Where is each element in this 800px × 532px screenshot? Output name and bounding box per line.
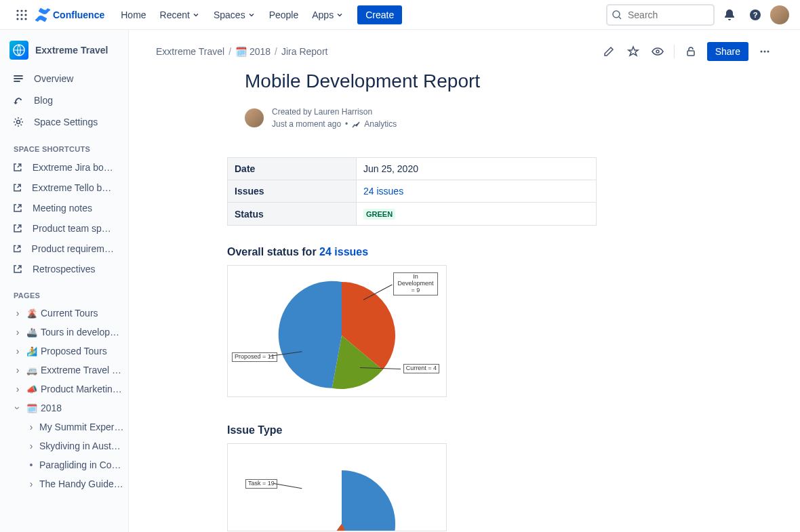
confluence-logo[interactable]: Confluence (35, 7, 104, 22)
page-exxtreme-travel[interactable]: › 🚐 Exxtreme Travel … (0, 361, 128, 380)
chevron-right-icon[interactable]: › (26, 478, 37, 489)
date-label: Date (228, 158, 357, 180)
byline: Created by Lauren Harrison Just a moment… (245, 106, 702, 130)
issues-label: Issues (228, 180, 357, 203)
chevron-down-icon[interactable]: › (12, 403, 23, 413)
notification-icon[interactable] (719, 4, 740, 26)
sidebar-overview[interactable]: Overview (0, 68, 128, 89)
page-tours-dev[interactable]: › 🚢 Tours in develop… (0, 323, 128, 342)
chevron-right-icon[interactable]: › (12, 365, 23, 375)
emoji-icon: 🚢 (26, 327, 38, 337)
external-link-icon (12, 243, 22, 254)
restrictions-icon[interactable] (683, 43, 699, 60)
page-paragliding[interactable]: • Paragliding in Co… (0, 455, 128, 474)
external-link-icon (12, 162, 23, 173)
space-header[interactable]: Exxtreme Travel (0, 30, 128, 68)
nav-recent[interactable]: Recent (155, 5, 205, 24)
overall-status-heading: Overall status for 24 issues (227, 246, 702, 258)
shortcut-product-req[interactable]: Product requiremen… (0, 239, 128, 259)
shortcut-product-team[interactable]: Product team space (0, 218, 128, 239)
crumb-2018[interactable]: 🗓️ 2018 (235, 46, 271, 57)
top-navigation: Confluence Home Recent Spaces People App… (0, 0, 800, 30)
table-row: Issues24 issues (228, 180, 597, 203)
external-link-icon (12, 203, 23, 213)
analytics-icon (352, 120, 360, 128)
svg-line-10 (619, 17, 621, 19)
svg-point-6 (16, 18, 18, 20)
crumb-space[interactable]: Exxtreme Travel (156, 46, 224, 57)
page-product-marketing[interactable]: › 📣 Product Marketin… (0, 380, 128, 398)
page-handy-guide[interactable]: › The Handy Guide… (0, 474, 128, 493)
crumb-jira-report[interactable]: Jira Report (281, 46, 327, 57)
svg-point-7 (20, 18, 22, 20)
pie-label-in-dev: In Development = 9 (393, 272, 438, 295)
search-icon (612, 9, 622, 20)
watch-icon[interactable] (649, 43, 666, 60)
sidebar-settings[interactable]: Space Settings (0, 111, 128, 133)
shortcut-tello-board[interactable]: Exxtreme Tello board (0, 178, 128, 198)
help-icon[interactable]: ? (744, 4, 766, 26)
emoji-icon: 📣 (26, 384, 38, 394)
svg-rect-16 (687, 51, 694, 56)
app-switcher-icon[interactable] (11, 4, 33, 26)
status-label: Status (228, 203, 357, 226)
more-icon[interactable] (757, 43, 773, 60)
issue-type-heading: Issue Type (227, 424, 702, 436)
issues-link[interactable]: 24 issues (363, 186, 403, 197)
search-box (606, 4, 715, 26)
info-table: DateJun 25, 2020 Issues24 issues StatusG… (227, 157, 597, 226)
chevron-right-icon[interactable]: › (12, 308, 23, 319)
shortcut-meeting-notes[interactable]: Meeting notes (0, 198, 128, 218)
create-button[interactable]: Create (357, 5, 402, 24)
emoji-icon: 🗓️ (26, 403, 38, 413)
analytics-link[interactable]: Analytics (364, 118, 397, 130)
topnav-right: ? (606, 4, 789, 26)
pie-label-current: Current = 4 (403, 364, 439, 373)
logo-text: Confluence (53, 9, 104, 20)
overall-issues-link[interactable]: 24 issues (319, 246, 368, 258)
emoji-icon: 🌋 (26, 308, 38, 319)
edit-icon[interactable] (601, 43, 617, 60)
user-avatar[interactable] (770, 5, 789, 24)
author-avatar[interactable] (245, 108, 264, 127)
space-logo (9, 41, 28, 60)
nav-home[interactable]: Home (115, 5, 151, 24)
shortcut-jira-board[interactable]: Exxtreme Jira board (0, 157, 128, 178)
nav-people[interactable]: People (264, 5, 304, 24)
page-current-tours[interactable]: › 🌋 Current Tours (0, 304, 128, 323)
pie-label-proposed: Proposed = 11 (232, 352, 277, 362)
space-name: Exxtreme Travel (35, 45, 108, 56)
svg-point-1 (20, 9, 22, 12)
page-summit-exp[interactable]: › My Summit Exper… (0, 417, 128, 436)
shortcut-retros[interactable]: Retrospectives (0, 259, 128, 279)
chevron-right-icon[interactable]: › (12, 346, 23, 356)
pie-chart (233, 449, 441, 531)
svg-point-19 (767, 51, 769, 53)
chevron-right-icon[interactable]: › (12, 327, 23, 337)
emoji-icon: 🚐 (26, 365, 38, 375)
page-proposed-tours[interactable]: › 🏄 Proposed Tours (0, 342, 128, 361)
divider (674, 45, 675, 58)
pie-label-task: Task = 19 (245, 479, 277, 489)
svg-point-5 (24, 14, 26, 16)
star-icon[interactable] (625, 43, 641, 60)
page-skydiving[interactable]: › Skydiving in Aust… (0, 436, 128, 455)
svg-point-3 (16, 14, 18, 16)
nav-spaces[interactable]: Spaces (208, 5, 261, 24)
svg-point-18 (764, 51, 766, 53)
share-button[interactable]: Share (707, 42, 748, 61)
chevron-right-icon[interactable]: › (26, 422, 37, 432)
page-actions: Share (601, 42, 773, 61)
svg-point-17 (761, 51, 763, 53)
sidebar-blog[interactable]: Blog (0, 89, 128, 111)
chevron-right-icon[interactable]: › (12, 384, 23, 394)
page-2018[interactable]: › 🗓️ 2018 (0, 398, 128, 417)
chevron-right-icon[interactable]: › (26, 441, 37, 451)
overall-status-chart: Proposed = 11 In Development = 9 Current… (227, 265, 447, 397)
page-header-row: Exxtreme Travel / 🗓️ 2018 / Jira Report … (156, 42, 773, 61)
search-input[interactable] (606, 4, 715, 26)
chevron-down-icon (336, 11, 344, 19)
date-value: Jun 25, 2020 (357, 158, 597, 180)
shortcuts-label: SPACE SHORTCUTS (0, 133, 128, 157)
nav-apps[interactable]: Apps (306, 5, 349, 24)
